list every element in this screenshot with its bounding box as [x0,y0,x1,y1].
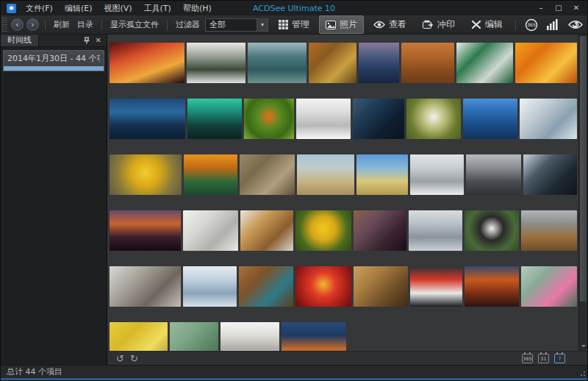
dashboard-stats-button[interactable] [542,19,564,30]
photo-thumbnail-dark-wave-peak[interactable] [353,99,404,139]
photo-thumbnail-aurora-forest[interactable] [187,99,242,139]
calendar-7-label: 7 [558,357,561,362]
toolbar-separator [45,20,46,30]
total-items-label: 总计 44 个项目 [7,366,62,377]
tab-timeline[interactable]: 时间线 [1,35,39,46]
photo-thumbnail-beach-groynes[interactable] [356,154,407,195]
photo-thumbnail-riverside-village-dusk[interactable] [282,322,346,351]
photo-thumbnail-lotus-in-mist[interactable] [521,266,577,307]
app-icon[interactable]: ◉ [7,4,16,13]
photo-thumbnail-golden-grass-field[interactable] [110,322,168,351]
maximize-button[interactable]: □ [551,3,567,14]
menu-tools[interactable]: 工具(T) [139,1,176,15]
photo-thumbnail-tidal-island-mono[interactable] [466,154,521,195]
photo-thumbnail-orange-leaf-macro[interactable] [515,43,577,83]
timeline-date-entry[interactable]: 2014年1月30日 - 44 个项目 [3,50,104,71]
tab-manage[interactable]: 管理 [272,15,316,34]
panel-tools: ✕ [84,37,107,44]
menu-help[interactable]: 帮助(H) [178,1,217,15]
close-button[interactable]: ✕ [568,3,584,14]
photo-row [110,210,577,251]
photo-thumbnail-train-viaduct-winter[interactable] [409,210,463,251]
photo-thumbnail-canyon-emerald-pool[interactable] [239,266,293,307]
photo-thumbnail-kangaroo-outback[interactable] [401,43,454,83]
rotate-cw-icon[interactable]: ↻ [127,354,141,363]
photo-thumbnail-white-birds-pair[interactable] [406,99,461,139]
show-orphans-button[interactable]: 显示孤立文件 [107,17,162,32]
pin-icon[interactable] [84,37,90,44]
acdsee-eye-logo-button[interactable] [564,20,587,29]
photo-thumbnail-snowy-interchange-aerial[interactable] [183,210,239,251]
photo-thumbnail-misty-mountains[interactable] [248,43,306,83]
photo-thumbnail-yellow-moth-macro[interactable] [110,154,182,195]
tab-develop-label: 冲印 [437,18,455,31]
catalog-button[interactable]: 目录 [74,17,97,32]
tab-edit[interactable]: 编辑 [465,15,509,34]
photo-thumbnail-reeds-with-dragonflies[interactable] [170,322,218,351]
status-bar: 总计 44 个项目 [1,365,587,378]
photo-row [110,99,577,139]
photo-thumbnail-frozen-stream[interactable] [520,99,577,139]
photo-thumbnail-mountain-lake-blue[interactable] [463,99,517,139]
tab-develop[interactable]: 冲印 [416,15,462,34]
menu-bar: 文件(F) 编辑(E) 视图(V) 工具(T) 帮助(H) [21,1,217,15]
tab-view[interactable]: 查看 [367,15,413,34]
toolbar-grip[interactable] [2,18,7,32]
acdsee-365-button[interactable]: 365 [520,18,542,32]
panel-close-icon[interactable]: ✕ [96,37,101,44]
timeline-panel-header: 时间线 ✕ [1,35,107,47]
calendar-view-7[interactable]: 7 [554,354,565,363]
rotate-ccw-icon[interactable]: ↺ [113,354,127,363]
photo-thumbnail-autumn-waterfall[interactable] [309,43,356,83]
tab-photos[interactable]: 照片 [319,15,364,34]
back-button[interactable]: ‹ [11,18,24,31]
photo-thumbnail-lantern-arches[interactable] [184,154,237,195]
vertical-scrollbar[interactable] [578,35,587,351]
photo-thumbnail-glacial-river-aerial[interactable] [523,154,577,195]
timeline-panel: 时间线 ✕ 2014年1月30日 - 44 个项目 [1,35,107,365]
photo-thumbnail-deer-on-snow[interactable] [296,99,351,139]
photo-thumbnail-night-cave-rocks[interactable] [354,210,406,251]
photo-thumbnail-ice-hotel-hall[interactable] [183,266,237,307]
photo-thumbnail-twilight-lake[interactable] [359,43,399,83]
calendar-view-365[interactable]: 365 [522,354,533,363]
photo-thumbnail-green-mandala-farm[interactable] [244,99,294,139]
photo-thumbnail-bird-over-grassland[interactable] [297,154,355,195]
photo-thumbnail-ice-floe-aerial[interactable] [456,43,512,83]
photo-thumbnail-red-white-sculpture[interactable] [410,266,463,307]
photo-thumbnail-snow-monkey[interactable] [110,266,181,307]
photo-thumbnail-dumpling-baskets[interactable] [354,266,408,307]
menu-view[interactable]: 视图(V) [98,1,137,15]
photo-thumbnail-harbor-city-night[interactable] [110,99,185,139]
chevron-down-icon[interactable]: ▾ [257,19,268,31]
photo-thumbnail-fireworks-night[interactable] [110,43,184,83]
photo-thumbnail-palm-sunset[interactable] [110,210,181,251]
scrollbar-down-arrow[interactable] [579,342,587,349]
filter-dropdown[interactable]: 全部 ▾ [205,18,268,32]
mode-tabs: 管理 照片 查看 冲印 编辑 365 [270,15,587,34]
photo-thumbnail-snowy-village[interactable] [220,322,279,351]
tab-view-label: 查看 [389,18,406,31]
forward-button[interactable]: › [26,18,39,31]
title-bar: ◉ 文件(F) 编辑(E) 视图(V) 工具(T) 帮助(H) ACDSee U… [1,1,587,15]
photo-row [110,322,577,351]
photo-thumbnail-panda-in-foliage[interactable] [465,210,519,251]
photo-thumbnail-temple-lanterns-night[interactable] [465,266,519,307]
toolbar-separator [101,20,102,30]
menu-file[interactable]: 文件(F) [21,1,58,15]
calendar-view-31[interactable]: 31 [538,354,549,363]
photo-thumbnail-festival-gold-masks[interactable] [295,266,351,307]
photo-thumbnail-autumn-valley[interactable] [521,210,577,251]
eye-icon [373,21,385,29]
photo-thumbnail-sunflower-closeup[interactable] [295,210,351,251]
scrollbar-thumb[interactable] [580,36,587,302]
photo-thumbnail-snowy-forest-wildlife[interactable] [187,43,245,83]
resize-grip[interactable] [578,369,586,377]
refresh-button[interactable]: 刷新 [50,17,74,32]
photo-thumbnail-marten-on-branch[interactable] [240,210,293,251]
calendar-view-switcher: 365 31 7 [522,354,565,363]
minimize-button[interactable]: – [533,3,549,14]
menu-edit[interactable]: 编辑(E) [60,1,98,15]
photo-thumbnail-bison-in-snow[interactable] [410,154,464,195]
photo-thumbnail-desert-town-aerial[interactable] [240,154,295,195]
